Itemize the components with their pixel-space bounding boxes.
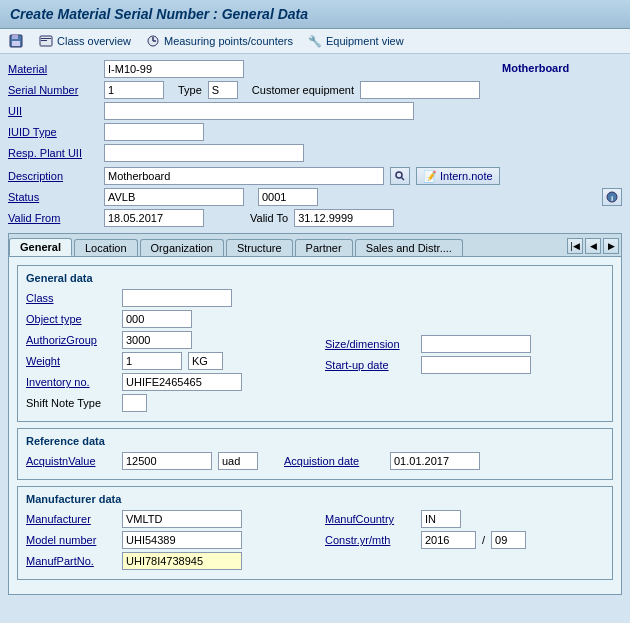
constr-mth-input[interactable]	[491, 531, 526, 549]
shift-note-label: Shift Note Type	[26, 397, 116, 409]
manufacturer-data-section: Manufacturer data Manufacturer Model num…	[17, 486, 613, 580]
model-number-label[interactable]: Model number	[26, 534, 116, 546]
constr-sep: /	[482, 534, 485, 546]
manuf-part-label[interactable]: ManufPartNo.	[26, 555, 116, 567]
status-code-input[interactable]	[258, 188, 318, 206]
tab-nav-prev[interactable]: ◀	[585, 238, 601, 254]
equipment-view-button[interactable]: 🔧 Equipment view	[307, 33, 404, 49]
svg-rect-4	[41, 38, 51, 39]
measuring-label: Measuring points/counters	[164, 35, 293, 47]
class-overview-button[interactable]: Class overview	[38, 33, 131, 49]
serial-number-input[interactable]	[104, 81, 164, 99]
valid-to-input[interactable]	[294, 209, 394, 227]
weight-unit-input[interactable]	[188, 352, 223, 370]
inventory-input[interactable]	[122, 373, 242, 391]
iuid-type-label[interactable]: IUID Type	[8, 126, 98, 138]
material-label[interactable]: Material	[8, 63, 98, 75]
class-input[interactable]	[122, 289, 232, 307]
description-search-button[interactable]	[390, 167, 410, 185]
authoriz-input[interactable]	[122, 331, 192, 349]
manuf-part-input[interactable]	[122, 552, 242, 570]
equipment-view-label: Equipment view	[326, 35, 404, 47]
inventory-label[interactable]: Inventory no.	[26, 376, 116, 388]
svg-line-10	[402, 178, 405, 181]
save-icon	[8, 33, 24, 49]
weight-label[interactable]: Weight	[26, 355, 116, 367]
constr-yr-input[interactable]	[421, 531, 476, 549]
class-overview-icon	[38, 33, 54, 49]
svg-point-9	[396, 172, 402, 178]
measuring-button[interactable]: Measuring points/counters	[145, 33, 293, 49]
uii-label[interactable]: UII	[8, 105, 98, 117]
motherboard-text: Motherboard	[502, 62, 622, 74]
customer-equipment-input[interactable]	[360, 81, 480, 99]
manufacturer-data-title: Manufacturer data	[26, 493, 604, 505]
status-label[interactable]: Status	[8, 191, 98, 203]
startup-input[interactable]	[421, 356, 531, 374]
svg-rect-1	[12, 35, 18, 39]
main-content: Material Serial Number Type Customer equ…	[0, 54, 630, 601]
manuf-country-label[interactable]: ManufCountry	[325, 513, 415, 525]
customer-equipment-label: Customer equipment	[252, 84, 354, 96]
page-title: Create Material Serial Number : General …	[10, 6, 308, 22]
material-input[interactable]	[104, 60, 244, 78]
intern-note-button[interactable]: 📝 Intern.note	[416, 167, 500, 185]
size-dim-input[interactable]	[421, 335, 531, 353]
acquistn-input[interactable]	[122, 452, 212, 470]
tab-partner[interactable]: Partner	[295, 239, 353, 256]
resp-plant-label[interactable]: Resp. Plant UII	[8, 147, 98, 159]
class-label[interactable]: Class	[26, 292, 116, 304]
general-data-title: General data	[26, 272, 604, 284]
valid-from-input[interactable]	[104, 209, 204, 227]
resp-plant-input[interactable]	[104, 144, 304, 162]
reference-data-title: Reference data	[26, 435, 604, 447]
status-input[interactable]	[104, 188, 244, 206]
intern-note-label: Intern.note	[440, 170, 493, 182]
tab-structure[interactable]: Structure	[226, 239, 293, 256]
tab-nav-next[interactable]: ▶	[603, 238, 619, 254]
tab-organization[interactable]: Organization	[140, 239, 224, 256]
size-dim-label[interactable]: Size/dimension	[325, 338, 415, 350]
weight-input[interactable]	[122, 352, 182, 370]
measuring-icon	[145, 33, 161, 49]
acquistn-unit-input[interactable]	[218, 452, 258, 470]
constr-yr-label[interactable]: Constr.yr/mth	[325, 534, 415, 546]
startup-label[interactable]: Start-up date	[325, 359, 415, 371]
class-overview-label: Class overview	[57, 35, 131, 47]
valid-to-label: Valid To	[250, 212, 288, 224]
status-info-button[interactable]: i	[602, 188, 622, 206]
valid-from-label[interactable]: Valid From	[8, 212, 98, 224]
note-icon: 📝	[423, 170, 437, 183]
wrench-icon: 🔧	[307, 33, 323, 49]
manuf-country-input[interactable]	[421, 510, 461, 528]
manufacturer-input[interactable]	[122, 510, 242, 528]
serial-number-label[interactable]: Serial Number	[8, 84, 98, 96]
shift-note-input[interactable]	[122, 394, 147, 412]
description-input[interactable]	[104, 167, 384, 185]
tab-nav-first[interactable]: |◀	[567, 238, 583, 254]
object-type-label[interactable]: Object type	[26, 313, 116, 325]
tabs-row: General Location Organization Structure …	[9, 234, 621, 256]
tab-general[interactable]: General	[9, 238, 72, 256]
authoriz-label[interactable]: AuthorizGroup	[26, 334, 116, 346]
acquistion-date-input[interactable]	[390, 452, 480, 470]
description-label[interactable]: Description	[8, 170, 98, 182]
model-number-input[interactable]	[122, 531, 242, 549]
acquistn-label[interactable]: AcquistnValue	[26, 455, 116, 467]
tab-navigation: |◀ ◀ ▶	[565, 236, 621, 256]
type-input[interactable]	[208, 81, 238, 99]
manufacturer-label[interactable]: Manufacturer	[26, 513, 116, 525]
general-data-section: General data Class Object type Aut	[17, 265, 613, 422]
title-bar: Create Material Serial Number : General …	[0, 0, 630, 29]
uii-input[interactable]	[104, 102, 414, 120]
iuid-type-input[interactable]	[104, 123, 204, 141]
tab-location[interactable]: Location	[74, 239, 138, 256]
toolbar: Class overview Measuring points/counters…	[0, 29, 630, 54]
acquistion-date-label[interactable]: Acquistion date	[284, 455, 384, 467]
tab-general-content: General data Class Object type Aut	[9, 256, 621, 594]
tab-sales[interactable]: Sales and Distr....	[355, 239, 463, 256]
type-label: Type	[178, 84, 202, 96]
object-type-input[interactable]	[122, 310, 192, 328]
save-button[interactable]	[8, 33, 24, 49]
svg-text:i: i	[611, 194, 613, 203]
